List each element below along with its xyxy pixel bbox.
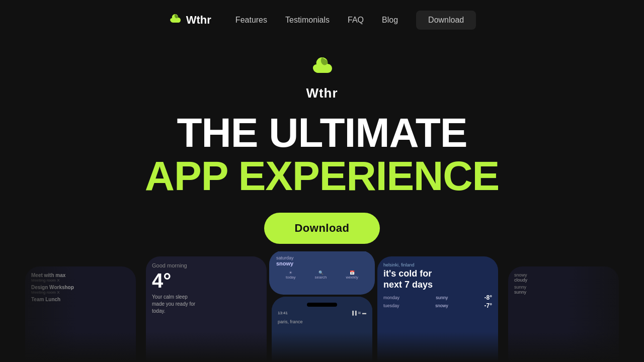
schedule-item-2-title: Design Workshop bbox=[31, 285, 130, 290]
status-icons: ▐▐ ≋ ▬ bbox=[351, 311, 366, 315]
helsinki-tuesday-weather: snowy bbox=[435, 303, 448, 308]
navbar: Wthr Features Testimonials FAQ Blog Down… bbox=[0, 0, 644, 40]
snowy-icon-search: 🔍 search bbox=[315, 270, 327, 280]
logo-icon bbox=[168, 13, 182, 27]
hero-logo-text: Wthr bbox=[306, 85, 338, 101]
nav-faq[interactable]: FAQ bbox=[348, 16, 364, 25]
phone-center-top: saturday snowy ☀ today 🔍 search 📅 bbox=[269, 251, 375, 295]
hero-title-line2: APP EXPERIENCE bbox=[145, 154, 500, 198]
schedule-item-2-sub: Meeting room X bbox=[31, 290, 130, 295]
helsinki-city: helsinki, finland bbox=[383, 262, 492, 267]
helsinki-monday-weather: sunny bbox=[436, 295, 448, 300]
helsinki-monday-temp: -8° bbox=[485, 294, 492, 301]
hero-title: THE ULTIMATE APP EXPERIENCE bbox=[145, 111, 500, 198]
snowy-condition: snowy bbox=[276, 260, 368, 266]
snowy-icon-weekly-label: weekly bbox=[346, 275, 358, 280]
snowy-day: saturday bbox=[276, 255, 368, 260]
morning-desc: Your calm sleepmade you ready fortoday. bbox=[152, 294, 261, 315]
schedule-item-3-title: Team Lunch bbox=[31, 297, 130, 302]
schedule-item-1-title: Meet with max bbox=[31, 273, 130, 278]
phone-far-right: snowy cloudy sunny sunny bbox=[508, 266, 619, 362]
hero-download-button[interactable]: Download bbox=[264, 213, 379, 244]
helsinki-tuesday-temp: -7° bbox=[485, 302, 492, 309]
schedule-item-1-sub: Meeting room X bbox=[31, 278, 130, 283]
phone-right: helsinki, finland it's cold fornext 7 da… bbox=[377, 256, 498, 362]
phone-center-main: 13:41 ▐▐ ≋ ▬ paris, france bbox=[272, 297, 372, 362]
morning-temp: 4° bbox=[152, 270, 261, 291]
morning-greeting: Good morning bbox=[152, 262, 261, 268]
phone-far-left: Meet with max Meeting room X Design Work… bbox=[25, 266, 136, 362]
status-time: 13:41 bbox=[278, 311, 288, 315]
hero-title-line1: THE ULTIMATE bbox=[145, 111, 500, 154]
phone-notch bbox=[307, 303, 337, 307]
far-right-item-2: sunny sunny bbox=[514, 285, 613, 295]
snowy-icon-today-label: today bbox=[286, 275, 296, 280]
nav-blog[interactable]: Blog bbox=[382, 16, 398, 25]
helsinki-tuesday-name: tuesday bbox=[383, 303, 399, 308]
phone-left: Good morning 4° Your calm sleepmade you … bbox=[146, 256, 267, 362]
helsinki-monday-name: monday bbox=[383, 295, 399, 300]
helsinki-day-tuesday: tuesday snowy -7° bbox=[383, 302, 492, 309]
logo-link[interactable]: Wthr bbox=[168, 13, 211, 27]
logo-text: Wthr bbox=[186, 14, 211, 27]
snowy-icon-sun: ☀ today bbox=[286, 270, 296, 280]
nav-testimonials[interactable]: Testimonials bbox=[285, 16, 330, 25]
phones-row: Meet with max Meeting room X Design Work… bbox=[0, 251, 644, 362]
nav-download-link[interactable]: Download bbox=[416, 11, 476, 30]
far-right-item-1: snowy cloudy bbox=[514, 273, 613, 283]
snowy-nav-icons: ☀ today 🔍 search 📅 weekly bbox=[276, 270, 368, 280]
hero-logo-icon bbox=[309, 55, 335, 81]
paris-city: paris, france bbox=[278, 319, 366, 324]
helsinki-message: it's cold fornext 7 days bbox=[383, 268, 492, 290]
snowy-icon-cal: 📅 weekly bbox=[346, 270, 358, 280]
hero-section: Wthr THE ULTIMATE APP EXPERIENCE Downloa… bbox=[0, 0, 644, 362]
snowy-icon-search-label: search bbox=[315, 275, 327, 280]
nav-features[interactable]: Features bbox=[235, 16, 267, 25]
nav-links: Features Testimonials FAQ Blog Download bbox=[235, 11, 476, 30]
status-bar: 13:41 ▐▐ ≋ ▬ bbox=[278, 311, 366, 315]
helsinki-day-monday: monday sunny -8° bbox=[383, 294, 492, 301]
